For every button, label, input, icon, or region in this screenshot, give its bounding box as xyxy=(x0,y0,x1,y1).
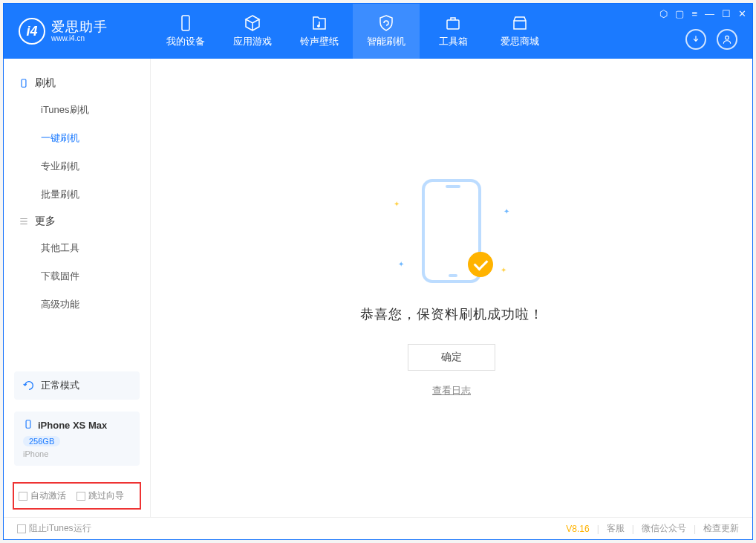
app-url: www.i4.cn xyxy=(51,34,108,42)
sparkle-icon: ✦ xyxy=(394,200,400,208)
checkbox-auto-activate[interactable]: 自动激活 xyxy=(19,490,66,502)
section-label: 刷机 xyxy=(35,77,56,90)
minimize-button[interactable]: — xyxy=(705,8,714,19)
success-message: 恭喜您，保资料刷机成功啦！ xyxy=(360,305,544,323)
shirt-icon[interactable]: ⬡ xyxy=(659,8,668,19)
svg-rect-2 xyxy=(447,20,459,29)
checkbox-block-itunes[interactable]: 阻止iTunes运行 xyxy=(17,522,91,535)
checkbox-skip-guide[interactable]: 跳过向导 xyxy=(76,490,124,502)
nav-tabs: 我的设备 应用游戏 铃声壁纸 智能刷机 工具箱 爱思商城 xyxy=(152,4,553,59)
customer-service-link[interactable]: 客服 xyxy=(607,522,625,535)
mode-label: 正常模式 xyxy=(41,379,79,392)
tab-ringtone-wallpaper[interactable]: 铃声壁纸 xyxy=(286,4,353,59)
app-name: 爱思助手 xyxy=(51,20,108,35)
phone-outline-icon xyxy=(19,78,29,88)
sparkle-icon: ✦ xyxy=(504,207,509,215)
toolbox-icon xyxy=(444,14,462,32)
device-name: iPhone XS Max xyxy=(38,420,107,431)
list-icon xyxy=(19,216,29,227)
ok-button[interactable]: 确定 xyxy=(408,344,495,371)
sidebar-item-other-tools[interactable]: 其他工具 xyxy=(4,234,150,262)
titlebar: i4 爱思助手 www.i4.cn 我的设备 应用游戏 铃声壁纸 智能刷机 xyxy=(4,4,752,59)
statusbar-left: 阻止iTunes运行 xyxy=(17,522,91,535)
tab-store[interactable]: 爱思商城 xyxy=(486,4,553,59)
check-update-link[interactable]: 检查更新 xyxy=(703,522,739,535)
section-label: 更多 xyxy=(35,215,56,228)
shield-refresh-icon xyxy=(377,14,395,32)
user-icon[interactable] xyxy=(717,29,737,50)
sidebar-item-itunes-flash[interactable]: iTunes刷机 xyxy=(4,96,150,124)
svg-rect-5 xyxy=(26,420,30,429)
tab-my-device[interactable]: 我的设备 xyxy=(152,4,219,59)
sparkle-icon: ✦ xyxy=(501,266,506,274)
app-window: i4 爱思助手 www.i4.cn 我的设备 应用游戏 铃声壁纸 智能刷机 xyxy=(3,3,753,540)
checkbox-icon xyxy=(19,492,27,501)
checkbox-label: 自动激活 xyxy=(30,490,66,502)
view-log-link[interactable]: 查看日志 xyxy=(432,384,471,397)
separator: | xyxy=(694,524,696,534)
sidebar-options-highlight: 自动激活 跳过向导 xyxy=(13,482,141,510)
tab-smart-flash[interactable]: 智能刷机 xyxy=(353,4,420,59)
sidebar-item-batch-flash[interactable]: 批量刷机 xyxy=(4,181,150,209)
checkmark-badge-icon xyxy=(468,252,493,277)
checkbox-icon xyxy=(17,524,26,533)
success-illustration: ✦ ✦ ✦ ✦ xyxy=(407,179,496,290)
device-info-card[interactable]: iPhone XS Max 256GB iPhone xyxy=(14,412,140,466)
separator: | xyxy=(597,524,599,534)
sidebar: 刷机 iTunes刷机 一键刷机 专业刷机 批量刷机 更多 其他工具 下载固件 … xyxy=(4,59,151,517)
feedback-icon[interactable]: ▢ xyxy=(675,8,684,19)
sidebar-section-flash: 刷机 xyxy=(4,71,150,96)
checkbox-label: 跳过向导 xyxy=(88,490,124,502)
svg-point-1 xyxy=(318,25,320,27)
tab-label: 我的设备 xyxy=(166,35,205,48)
app-logo-icon: i4 xyxy=(19,18,45,45)
sparkle-icon: ✦ xyxy=(398,260,404,268)
main-content: ✦ ✦ ✦ ✦ 恭喜您，保资料刷机成功啦！ 确定 查看日志 xyxy=(151,59,752,517)
music-folder-icon xyxy=(310,14,328,32)
download-icon[interactable] xyxy=(685,29,706,50)
device-mode-card[interactable]: 正常模式 xyxy=(14,371,140,400)
header-right-icons xyxy=(685,29,737,50)
device-type: iPhone xyxy=(23,449,131,458)
statusbar: 阻止iTunes运行 V8.16 | 客服 | 微信公众号 | 检查更新 xyxy=(4,517,752,539)
version-label: V8.16 xyxy=(566,524,589,534)
tab-label: 铃声壁纸 xyxy=(300,35,339,48)
tab-label: 工具箱 xyxy=(439,35,468,48)
checkbox-label: 阻止iTunes运行 xyxy=(29,522,91,535)
refresh-icon xyxy=(23,380,35,391)
maximize-button[interactable]: ☐ xyxy=(722,8,731,19)
tab-label: 智能刷机 xyxy=(367,35,405,48)
close-button[interactable]: ✕ xyxy=(738,8,746,19)
tab-label: 爱思商城 xyxy=(501,35,539,48)
app-title: 爱思助手 www.i4.cn xyxy=(51,20,108,43)
window-controls: ⬡ ▢ ≡ — ☐ ✕ xyxy=(659,8,746,19)
body-area: 刷机 iTunes刷机 一键刷机 专业刷机 批量刷机 更多 其他工具 下载固件 … xyxy=(4,59,752,517)
svg-point-3 xyxy=(726,36,729,39)
sidebar-section-more: 更多 xyxy=(4,209,150,234)
sidebar-item-advanced[interactable]: 高级功能 xyxy=(4,290,150,319)
tab-label: 应用游戏 xyxy=(233,35,272,48)
menu-icon[interactable]: ≡ xyxy=(691,8,697,19)
cube-icon xyxy=(244,14,261,32)
svg-rect-4 xyxy=(22,79,26,88)
sidebar-item-onekey-flash[interactable]: 一键刷机 xyxy=(4,124,150,152)
device-small-icon xyxy=(23,419,33,432)
checkbox-icon xyxy=(76,492,85,501)
tab-toolbox[interactable]: 工具箱 xyxy=(420,4,486,59)
svg-rect-0 xyxy=(182,16,189,30)
sidebar-item-pro-flash[interactable]: 专业刷机 xyxy=(4,152,150,181)
statusbar-right: V8.16 | 客服 | 微信公众号 | 检查更新 xyxy=(566,522,739,535)
device-capacity: 256GB xyxy=(23,436,60,446)
logo-area: i4 爱思助手 www.i4.cn xyxy=(4,18,152,45)
sidebar-item-download-firmware[interactable]: 下载固件 xyxy=(4,262,150,290)
shop-icon xyxy=(511,14,529,32)
separator: | xyxy=(632,524,634,534)
wechat-link[interactable]: 微信公众号 xyxy=(642,522,686,535)
phone-icon xyxy=(177,14,195,32)
tab-apps-games[interactable]: 应用游戏 xyxy=(219,4,286,59)
